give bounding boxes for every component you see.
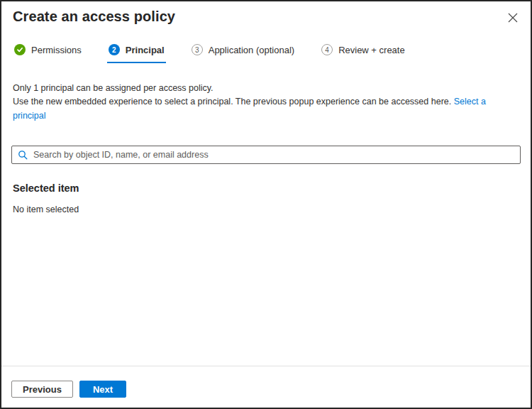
selected-item-heading: Selected item bbox=[1, 182, 531, 194]
close-icon bbox=[508, 14, 518, 25]
step-tab-principal[interactable]: 2 Principal bbox=[107, 43, 166, 63]
principal-info-text: Only 1 principal can be assigned per acc… bbox=[1, 82, 531, 123]
step-number-icon: 3 bbox=[192, 44, 203, 55]
previous-button[interactable]: Previous bbox=[11, 381, 73, 398]
next-button[interactable]: Next bbox=[79, 381, 126, 398]
step-number-icon: 4 bbox=[321, 44, 333, 55]
step-number-icon: 2 bbox=[109, 44, 120, 55]
search-input[interactable] bbox=[33, 150, 514, 160]
info-line-1: Only 1 principal can be assigned per acc… bbox=[13, 82, 519, 95]
dialog-footer: Previous Next bbox=[1, 366, 531, 408]
step-tab-permissions[interactable]: Permissions bbox=[13, 43, 83, 63]
no-item-selected-text: No item selected bbox=[1, 204, 531, 214]
search-icon bbox=[18, 150, 28, 160]
step-label: Permissions bbox=[31, 45, 82, 55]
step-label: Review + create bbox=[338, 45, 405, 55]
dialog-header: Create an access policy bbox=[1, 1, 531, 26]
step-label: Application (optional) bbox=[209, 45, 294, 55]
page-title: Create an access policy bbox=[13, 9, 175, 25]
wizard-steps: Permissions 2 Principal 3 Application (o… bbox=[1, 43, 531, 63]
step-tab-application[interactable]: 3 Application (optional) bbox=[190, 43, 296, 63]
step-tab-review-create[interactable]: 4 Review + create bbox=[320, 43, 406, 63]
info-line-2: Use the new embedded experience to selec… bbox=[13, 95, 519, 123]
step-label: Principal bbox=[126, 45, 165, 55]
close-button[interactable] bbox=[505, 10, 521, 26]
principal-search-box[interactable] bbox=[11, 146, 521, 164]
create-access-policy-dialog: Create an access policy Permissions 2 Pr… bbox=[0, 0, 532, 409]
check-icon bbox=[14, 44, 26, 55]
